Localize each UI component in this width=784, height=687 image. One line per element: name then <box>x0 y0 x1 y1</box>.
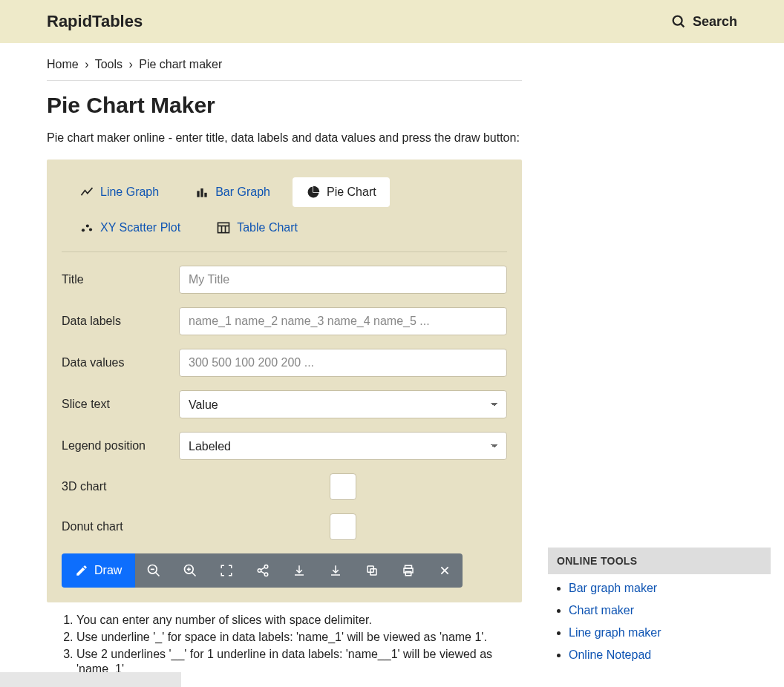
download-button[interactable] <box>281 553 317 588</box>
svg-point-19 <box>264 565 268 569</box>
data-values-label: Data values <box>62 356 179 369</box>
svg-line-16 <box>192 573 195 576</box>
svg-point-5 <box>82 229 85 231</box>
svg-line-22 <box>261 568 264 570</box>
table-chart-icon <box>216 220 231 235</box>
page-title: Pie Chart Maker <box>47 93 522 118</box>
svg-rect-8 <box>218 223 229 232</box>
breadcrumb-tools[interactable]: Tools <box>95 58 122 70</box>
close-button[interactable] <box>426 553 463 588</box>
sidebar-links: Bar graph maker Chart maker Line graph m… <box>548 574 771 662</box>
zoom-out-button[interactable] <box>135 553 172 588</box>
search-icon <box>670 13 687 30</box>
legend-position-label: Legend position <box>62 439 179 453</box>
chart-type-tabs: Line Graph Bar Graph Pie Chart <box>62 174 507 252</box>
legend-position-select[interactable]: Labeled <box>179 432 507 460</box>
note-item: You can enter any number of slices with … <box>76 613 522 628</box>
slice-text-select[interactable]: Value <box>179 390 507 418</box>
tab-table-chart[interactable]: Table Chart <box>203 213 311 243</box>
search-button[interactable]: Search <box>670 13 737 30</box>
sidebar-header: ONLINE TOOLS <box>548 548 771 574</box>
svg-point-20 <box>258 569 261 573</box>
sidebar-link-notepad[interactable]: Online Notepad <box>569 648 651 661</box>
scatter-plot-icon <box>79 220 94 235</box>
sidebar-link-bar-graph[interactable]: Bar graph maker <box>569 582 657 594</box>
bar-graph-icon <box>195 185 209 200</box>
site-header: RapidTables Search <box>0 0 784 43</box>
sidebar-link-line-graph[interactable]: Line graph maker <box>569 626 662 639</box>
zoom-in-button[interactable] <box>172 553 208 588</box>
breadcrumb: Home › Tools › Pie chart maker <box>47 43 522 81</box>
tab-pie-chart[interactable]: Pie Chart <box>293 177 390 207</box>
3d-chart-checkbox[interactable] <box>330 473 356 500</box>
svg-rect-2 <box>197 191 200 197</box>
svg-point-6 <box>86 224 89 227</box>
svg-line-23 <box>261 571 264 573</box>
download-alt-button[interactable] <box>317 553 353 588</box>
svg-rect-3 <box>201 188 203 197</box>
search-label: Search <box>693 14 737 30</box>
list-item: Bar graph maker <box>569 582 771 595</box>
data-labels-label: Data labels <box>62 315 179 328</box>
breadcrumb-current: Pie chart maker <box>139 58 222 70</box>
tab-scatter-plot[interactable]: XY Scatter Plot <box>66 213 194 243</box>
list-item: Online Notepad <box>569 648 771 662</box>
donut-chart-label: Donut chart <box>62 520 179 533</box>
print-button[interactable] <box>390 553 426 588</box>
sidebar-link-chart-maker[interactable]: Chart maker <box>569 604 634 617</box>
svg-point-7 <box>89 228 92 231</box>
svg-line-1 <box>681 24 684 27</box>
list-item: Line graph maker <box>569 626 771 640</box>
svg-point-21 <box>264 573 268 576</box>
slice-text-label: Slice text <box>62 398 179 411</box>
site-logo[interactable]: RapidTables <box>47 12 143 31</box>
tab-bar-graph[interactable]: Bar Graph <box>181 177 284 207</box>
chart-config-panel: Line Graph Bar Graph Pie Chart <box>47 160 522 602</box>
title-label: Title <box>62 273 179 286</box>
pie-chart-icon <box>306 185 321 200</box>
share-button[interactable] <box>244 553 281 588</box>
status-bar-stub <box>0 672 181 679</box>
chart-toolbar: Draw <box>62 553 463 588</box>
donut-chart-checkbox[interactable] <box>330 513 356 540</box>
data-values-input[interactable] <box>179 349 507 377</box>
list-item: Chart maker <box>569 604 771 617</box>
svg-line-13 <box>155 573 159 576</box>
data-labels-input[interactable] <box>179 307 507 335</box>
tab-line-graph[interactable]: Line Graph <box>66 177 172 207</box>
svg-rect-4 <box>205 193 207 197</box>
svg-point-0 <box>673 16 682 25</box>
3d-chart-label: 3D chart <box>62 480 179 493</box>
title-input[interactable] <box>179 266 507 294</box>
page-intro: Pie chart maker online - enter title, da… <box>47 131 522 145</box>
draw-button[interactable]: Draw <box>62 553 135 588</box>
copy-button[interactable] <box>353 553 390 588</box>
breadcrumb-home[interactable]: Home <box>47 58 79 70</box>
pencil-icon <box>75 564 88 577</box>
line-graph-icon <box>79 185 94 200</box>
note-item: Use underline '_' for space in data labe… <box>76 630 522 645</box>
fullscreen-button[interactable] <box>208 553 244 588</box>
usage-notes: You can enter any number of slices with … <box>47 602 522 677</box>
